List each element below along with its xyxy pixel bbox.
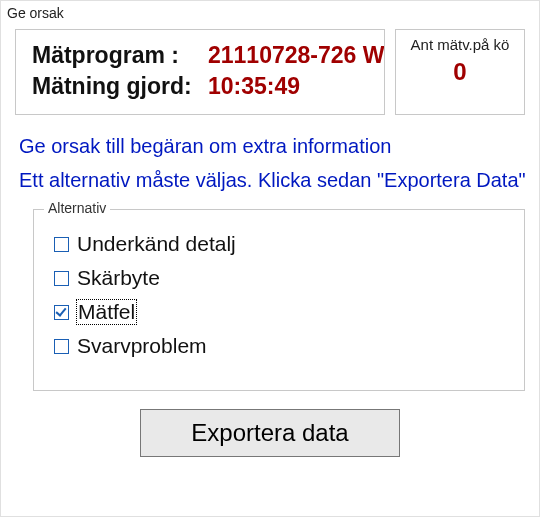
window: Ge orsak Mätprogram : 21110728-726 W Mät… xyxy=(0,0,540,517)
option-label: Svarvproblem xyxy=(77,334,207,358)
window-title: Ge orsak xyxy=(1,1,539,29)
info-row: Mätprogram : 21110728-726 W Mätning gjor… xyxy=(1,29,539,115)
instructions: Ge orsak till begäran om extra informati… xyxy=(1,115,539,203)
option-svarvproblem[interactable]: Svarvproblem xyxy=(54,334,510,358)
info-box: Mätprogram : 21110728-726 W Mätning gjor… xyxy=(15,29,385,115)
queue-value: 0 xyxy=(400,53,520,91)
queue-label: Ant mätv.på kö xyxy=(400,36,520,53)
option-label: Underkänd detalj xyxy=(77,232,236,256)
options-fieldset: Alternativ Underkänd detalj Skärbyte Mät… xyxy=(33,209,525,391)
program-label: Mätprogram : xyxy=(32,40,200,71)
checkbox-icon[interactable] xyxy=(54,339,69,354)
queue-box: Ant mätv.på kö 0 xyxy=(395,29,525,115)
option-underkand-detalj[interactable]: Underkänd detalj xyxy=(54,232,510,256)
option-matfel[interactable]: Mätfel xyxy=(54,300,510,324)
checkbox-icon[interactable] xyxy=(54,271,69,286)
options-legend: Alternativ xyxy=(44,200,110,216)
checkbox-icon[interactable] xyxy=(54,305,69,320)
checkbox-icon[interactable] xyxy=(54,237,69,252)
done-label: Mätning gjord: xyxy=(32,71,200,102)
program-value: 21110728-726 W xyxy=(208,40,384,71)
option-label: Mätfel xyxy=(77,300,136,324)
instruction-line-2: Ett alternativ måste väljas. Klicka seda… xyxy=(19,165,525,195)
export-data-button[interactable]: Exportera data xyxy=(140,409,400,457)
done-value: 10:35:49 xyxy=(208,71,300,102)
instruction-line-1: Ge orsak till begäran om extra informati… xyxy=(19,131,525,161)
option-label: Skärbyte xyxy=(77,266,160,290)
option-skarbyte[interactable]: Skärbyte xyxy=(54,266,510,290)
